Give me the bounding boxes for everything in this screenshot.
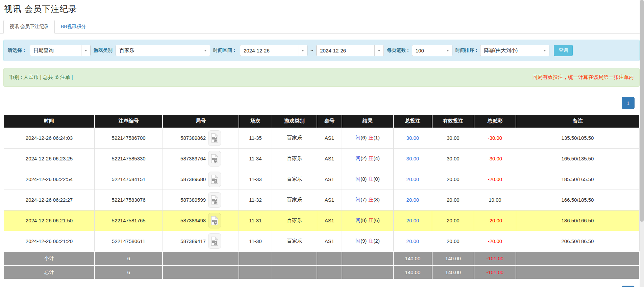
video-file-icon xyxy=(210,133,219,143)
total-bet-cell: 20.00 xyxy=(393,210,432,231)
remark-cell: 186.50/166.50 xyxy=(516,210,639,231)
video-replay-button[interactable] xyxy=(208,172,221,187)
banker-result: 庄 xyxy=(368,135,373,140)
sort-order-select[interactable]: 降幂(由大到小) xyxy=(480,45,549,56)
video-replay-button[interactable] xyxy=(208,151,221,167)
video-file-icon xyxy=(210,154,219,163)
tab-betting-records[interactable]: 视讯 会员下注纪录 xyxy=(3,20,55,34)
result-cell: 闲(2)庄(4) xyxy=(342,148,393,169)
remark-cell: 165.50/135.50 xyxy=(516,148,639,169)
total-empty-cell xyxy=(317,265,342,279)
search-button[interactable]: 查询 xyxy=(554,45,573,56)
bet-id-cell: 522147583076 xyxy=(95,190,163,210)
player-count: (6) xyxy=(361,135,367,140)
table-header-row: 时间 注单编号 局号 场次 游戏类别 桌号 结果 总投注 有效投注 总派彩 备注 xyxy=(4,115,639,128)
total-empty-cell xyxy=(516,265,639,279)
total-label: 总计 xyxy=(4,265,95,279)
result-cell: 闲(8)庄(6) xyxy=(342,210,393,231)
pagination-page-1[interactable]: 1 xyxy=(622,97,635,109)
date-to-select[interactable]: 2024-12-26 xyxy=(316,45,384,56)
player-result: 闲 xyxy=(355,176,361,182)
valid-bet-cell: 30.00 xyxy=(432,148,474,169)
game-type-select[interactable]: 百家乐 xyxy=(116,45,210,56)
total-empty-cell xyxy=(163,265,239,279)
player-count: (8) xyxy=(361,217,367,223)
vertical-scrollbar[interactable] xyxy=(640,0,644,287)
total-payout: -101.00 xyxy=(474,265,516,279)
time-cell: 2024-12-26 06:24:03 xyxy=(4,128,95,148)
time-cell: 2024-12-26 06:22:54 xyxy=(4,169,95,190)
video-replay-button[interactable] xyxy=(208,233,221,249)
time-cell: 2024-12-26 06:21:20 xyxy=(4,231,95,251)
session-cell: 11-31 xyxy=(239,210,272,231)
col-header-round: 局号 xyxy=(163,115,239,128)
tab-bb-video-points[interactable]: BB视讯积分 xyxy=(55,20,92,34)
round-id: 587389498 xyxy=(180,218,206,223)
pagination-top: 1 xyxy=(0,97,635,109)
bet-id-cell: 522147584151 xyxy=(95,169,163,190)
chevron-down-icon xyxy=(81,45,90,56)
video-file-icon xyxy=(210,236,219,246)
col-header-payout: 总派彩 xyxy=(474,115,516,128)
pagination-page-1-bottom[interactable]: 1 xyxy=(622,286,635,287)
query-type-select[interactable]: 日期查询 xyxy=(30,45,91,56)
total-total-bet: 140.00 xyxy=(393,265,432,279)
video-file-icon xyxy=(210,174,219,184)
round-cell: 587389680 xyxy=(163,169,239,190)
table-no-cell: AS1 xyxy=(317,169,342,190)
subtotal-label: 小计 xyxy=(4,251,95,265)
valid-bet-cell: 20.00 xyxy=(432,231,474,251)
valid-bet-cell: 20.00 xyxy=(432,210,474,231)
total-bet-link[interactable]: 20.00 xyxy=(406,176,419,182)
per-page-select[interactable]: 100 xyxy=(412,45,452,56)
video-file-icon xyxy=(210,216,219,225)
video-replay-button[interactable] xyxy=(208,192,221,208)
table-no-cell: AS1 xyxy=(317,190,342,210)
col-header-session: 场次 xyxy=(239,115,272,128)
player-count: (8) xyxy=(361,176,367,182)
video-replay-button[interactable] xyxy=(208,213,221,228)
round-cell: 587389764 xyxy=(163,148,239,169)
sort-order-label: 时间排序 : xyxy=(455,47,477,53)
chevron-down-icon xyxy=(298,45,307,56)
result-cell: 闲(6)庄(1) xyxy=(342,128,393,148)
round-id: 587389599 xyxy=(180,197,206,203)
total-bet-link[interactable]: 20.00 xyxy=(406,197,419,203)
total-bet-link[interactable]: 20.00 xyxy=(406,218,419,223)
query-type-value: 日期查询 xyxy=(30,45,81,56)
total-bet-link[interactable]: 20.00 xyxy=(406,238,419,244)
remark-cell: 206.50/186.50 xyxy=(516,231,639,251)
total-bet-cell: 30.00 xyxy=(393,128,432,148)
session-cell: 11-32 xyxy=(239,190,272,210)
subtotal-total-bet: 140.00 xyxy=(393,251,432,265)
video-replay-button[interactable] xyxy=(208,130,221,146)
session-cell: 11-33 xyxy=(239,169,272,190)
payout-cell: -20.00 xyxy=(474,231,516,251)
total-valid-bet: 140.00 xyxy=(432,265,474,279)
chevron-down-icon xyxy=(540,45,549,56)
filter-bar: 请选择： 日期查询 游戏类别 百家乐 时间区间： 2024-12-26 ~ 20… xyxy=(3,40,640,61)
total-bet-link[interactable]: 30.00 xyxy=(406,156,419,161)
total-bet-link[interactable]: 30.00 xyxy=(406,135,419,141)
bet-id-cell: 522147580611 xyxy=(95,231,163,251)
time-cell: 2024-12-26 06:23:25 xyxy=(4,148,95,169)
scrollbar-thumb[interactable] xyxy=(640,0,644,222)
total-empty-cell xyxy=(239,265,272,279)
banker-result: 庄 xyxy=(368,217,373,223)
player-result: 闲 xyxy=(355,155,361,161)
date-from-value: 2024-12-26 xyxy=(240,45,298,56)
pagination-bottom: 1 xyxy=(0,286,635,287)
subtotal-valid-bet: 140.00 xyxy=(432,251,474,265)
total-bet-cell: 20.00 xyxy=(393,190,432,210)
session-cell: 11-34 xyxy=(239,148,272,169)
query-type-label: 请选择： xyxy=(8,47,27,53)
subtotal-empty-cell xyxy=(317,251,342,265)
subtotal-empty-cell xyxy=(272,251,317,265)
bet-id-cell: 522147586700 xyxy=(95,128,163,148)
subtotal-empty-cell xyxy=(516,251,639,265)
round-cell: 587389417 xyxy=(163,231,239,251)
game-type-cell: 百家乐 xyxy=(272,231,317,251)
date-from-select[interactable]: 2024-12-26 xyxy=(240,45,307,56)
chevron-down-icon xyxy=(443,45,452,56)
col-header-bet-id: 注单编号 xyxy=(95,115,163,128)
